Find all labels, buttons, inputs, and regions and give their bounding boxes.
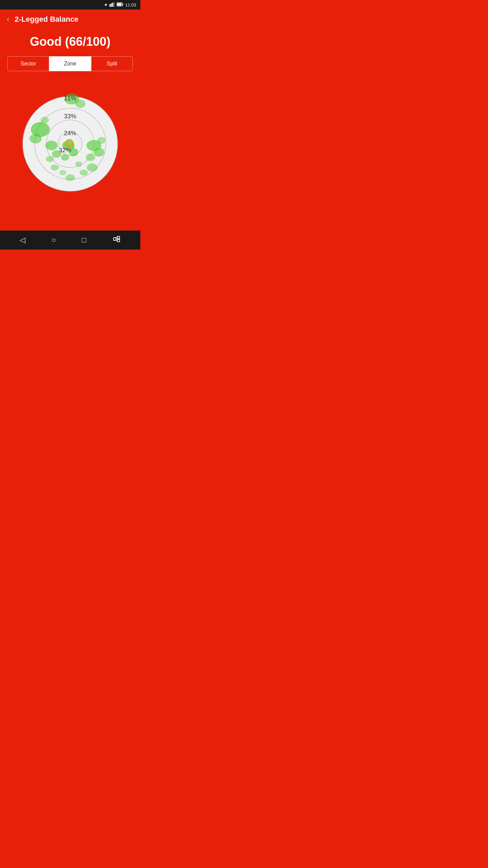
svg-rect-5 [123,4,123,5]
tab-zone[interactable]: Zone [49,56,91,71]
nav-back-icon[interactable]: ◁ [20,236,25,244]
svg-point-12 [75,100,85,108]
tab-split[interactable]: Split [91,56,133,71]
nav-home-icon[interactable]: ○ [52,236,56,244]
svg-text:32%: 32% [59,147,71,154]
back-button[interactable]: ‹ [7,16,9,23]
svg-text:24%: 24% [64,130,76,137]
score-label: Good (66/100) [30,35,110,48]
battery-icon [117,2,123,7]
svg-rect-39 [117,239,120,242]
svg-text:33%: 33% [64,113,76,120]
svg-point-24 [86,154,95,161]
status-time: 11:03 [125,2,136,7]
tab-sector[interactable]: Sector [7,56,49,71]
svg-point-14 [29,134,42,143]
svg-rect-1 [111,3,112,7]
nav-bar: ◁ ○ □ [0,231,140,250]
nav-share-icon[interactable] [113,235,121,245]
signal-icon [109,2,115,8]
chart-container: 11% 33% 24% 32% [0,72,140,216]
svg-point-16 [45,141,58,150]
svg-point-23 [94,148,104,157]
nav-recent-icon[interactable]: □ [82,236,86,244]
svg-point-28 [75,161,82,167]
header: ‹ 2-Legged Balance [0,9,140,29]
page-title: 2-Legged Balance [15,15,78,24]
target-chart: 11% 33% 24% 32% [13,86,128,201]
svg-point-25 [97,137,105,144]
svg-text:11%: 11% [64,95,76,102]
svg-rect-2 [112,3,113,7]
svg-point-21 [61,154,69,161]
status-bar: ★ 11:03 [0,0,140,9]
svg-rect-37 [114,238,116,240]
svg-point-26 [87,163,98,172]
svg-rect-3 [114,2,115,7]
svg-rect-38 [117,236,120,239]
status-icons: ★ 11:03 [104,2,136,8]
svg-point-27 [80,170,88,176]
bottom-spacer [0,216,140,231]
tab-bar: Sector Zone Split [7,56,134,72]
svg-point-29 [65,174,75,181]
svg-rect-6 [117,3,122,5]
svg-point-30 [59,170,66,175]
svg-rect-0 [109,4,110,7]
bluetooth-icon: ★ [104,2,108,7]
score-section: Good (66/100) [0,29,140,56]
svg-point-31 [51,164,59,171]
svg-point-18 [46,156,54,162]
svg-point-15 [41,117,49,123]
